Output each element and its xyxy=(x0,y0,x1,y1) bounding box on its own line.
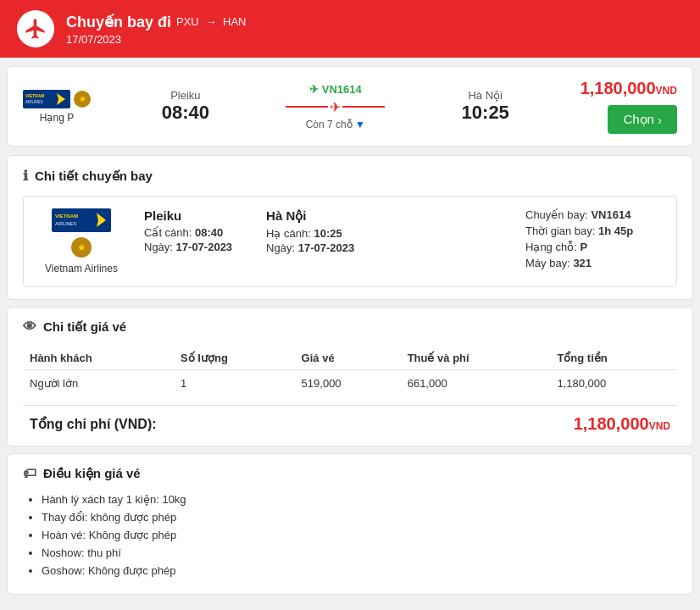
header-date: 17/07/2023 xyxy=(66,33,246,46)
total-amount: 1,180,000VND xyxy=(574,414,677,434)
medal-icon: ★ xyxy=(74,91,91,108)
route-line: ✈ xyxy=(286,99,385,115)
meta-plane: Máy bay: 321 xyxy=(525,257,661,269)
conditions-list: Hành lý xách tay 1 kiện: 10kg Thay đổi: … xyxy=(23,493,677,577)
price-detail-section: 👁 Chi tiết giá vé Hành khách Số lượng Gi… xyxy=(7,307,693,446)
total-label: Tổng chi phí (VND): xyxy=(23,416,157,432)
vna-detail-logo: VIETNAM AIRLINES xyxy=(52,208,111,232)
detail-medal-icon: ★ xyxy=(71,237,92,258)
price-detail-title: 👁 Chi tiết giá vé xyxy=(23,319,677,335)
departure-info: Pleiku 08:40 xyxy=(162,89,209,124)
price-table: Hành khách Số lượng Giá vé Thuế và phí T… xyxy=(23,347,677,396)
airline-info: VIETNAM AIRLINES ★ Hạng P xyxy=(23,90,91,124)
passenger-type: Người lớn xyxy=(23,370,174,397)
flight-detail-section: ℹ Chi tiết chuyến bay VIETNAM AIRLINES ★… xyxy=(7,155,693,300)
vna-logo-box: VIETNAM AIRLINES ★ Vietnam Airlines xyxy=(39,208,124,274)
arrival-col: Hà Nội Hạ cánh: 10:25 Ngày: 17-07-2023 xyxy=(266,208,354,256)
flight-route: ✈ VN1614 ✈ Còn 7 chỗ ▼ xyxy=(281,83,391,130)
tax-fee: 661,000 xyxy=(401,370,551,397)
ticket-price: 519,000 xyxy=(295,370,401,397)
main-container: Chuyến bay đi PXU → HAN 17/07/2023 VIETN… xyxy=(0,0,700,595)
svg-text:AIRLINES: AIRLINES xyxy=(25,100,43,104)
svg-text:VIETNAM: VIETNAM xyxy=(25,93,45,98)
conditions-section: 🏷 Điều kiện giá vé Hành lý xách tay 1 ki… xyxy=(7,453,693,595)
header-title: Chuyến bay đi PXU → HAN xyxy=(66,13,246,31)
vna-label: Vietnam Airlines xyxy=(45,263,118,274)
departure-col: Pleiku Cất cánh: 08:40 Ngày: 17-07-2023 xyxy=(144,208,232,256)
departure-airport-name: Pleiku xyxy=(144,208,232,223)
price-amount: 1,180,000VND xyxy=(581,79,677,98)
tag-icon: 🏷 xyxy=(23,466,36,481)
arrival-info: Hà Nội 10:25 xyxy=(462,89,509,124)
flight-direction-label: Chuyến bay đi xyxy=(66,13,171,31)
header: Chuyến bay đi PXU → HAN 17/07/2023 xyxy=(0,0,700,58)
svg-text:VIETNAM: VIETNAM xyxy=(55,214,78,219)
passenger-quantity: 1 xyxy=(174,370,295,397)
departure-city: Pleiku xyxy=(170,89,200,102)
col-tax: Thuế và phí xyxy=(401,347,551,370)
condition-item-3: Noshow: thu phí xyxy=(42,546,677,559)
total-row: Tổng chi phí (VND): 1,180,000VND xyxy=(23,405,677,434)
select-button[interactable]: Chọn › xyxy=(608,105,677,134)
col-passenger: Hành khách xyxy=(23,347,174,370)
col-total: Tổng tiền xyxy=(550,347,677,370)
flight-card: VIETNAM AIRLINES ★ Hạng P Pleiku 08:40 ✈… xyxy=(7,66,693,147)
price-section: 1,180,000VND Chọn › xyxy=(581,79,677,134)
meta-duration: Thời gian bay: 1h 45p xyxy=(525,225,661,237)
airline-logo: VIETNAM AIRLINES ★ xyxy=(23,90,91,108)
meta-class: Hạng chỗ: P xyxy=(525,241,661,253)
condition-item-4: Goshow: Không được phép xyxy=(42,564,677,577)
col-ticket-price: Giá vé xyxy=(295,347,401,370)
price-table-header: Hành khách Số lượng Giá vé Thuế và phí T… xyxy=(23,347,677,370)
airline-class: Hạng P xyxy=(40,112,74,124)
conditions-title: 🏷 Điều kiện giá vé xyxy=(23,466,677,481)
line-right xyxy=(342,106,385,108)
vietnam-airlines-logo-svg: VIETNAM AIRLINES xyxy=(23,90,70,108)
departure-time-row: Cất cánh: 08:40 xyxy=(144,226,232,239)
flight-meta: Chuyến bay: VN1614 Thời gian bay: 1h 45p… xyxy=(525,208,661,273)
condition-item-2: Hoàn vé: Không được phép xyxy=(42,529,677,541)
route-label: PXU → HAN xyxy=(176,15,246,28)
meta-flight-number: Chuyến bay: VN1614 xyxy=(525,208,661,221)
arrival-airport-name: Hà Nội xyxy=(266,208,354,224)
arrival-time-row: Hạ cánh: 10:25 xyxy=(266,227,354,240)
col-quantity: Số lượng xyxy=(174,347,295,370)
arrival-time: 10:25 xyxy=(462,102,509,124)
flight-detail-title: ℹ Chi tiết chuyến bay xyxy=(23,168,677,184)
arrival-date-row: Ngày: 17-07-2023 xyxy=(266,241,354,254)
row-total: 1,180,000 xyxy=(550,370,677,397)
detail-airports: Pleiku Cất cánh: 08:40 Ngày: 17-07-2023 … xyxy=(144,208,505,256)
departure-date-row: Ngày: 17-07-2023 xyxy=(144,241,232,253)
header-text: Chuyến bay đi PXU → HAN 17/07/2023 xyxy=(66,13,246,46)
condition-item-1: Thay đổi: không được phép xyxy=(42,511,677,524)
price-table-row: Người lớn 1 519,000 661,000 1,180,000 xyxy=(23,370,677,397)
plane-icon xyxy=(17,10,54,47)
flight-detail-box: VIETNAM AIRLINES ★ Vietnam Airlines Plei… xyxy=(23,196,677,287)
departure-time: 08:40 xyxy=(162,102,209,124)
flight-number: ✈ VN1614 xyxy=(309,83,362,96)
info-icon: ℹ xyxy=(23,168,28,184)
eye-icon: 👁 xyxy=(23,319,36,335)
arrival-city: Hà Nội xyxy=(468,89,503,102)
condition-item-0: Hành lý xách tay 1 kiện: 10kg xyxy=(42,493,677,506)
svg-text:AIRLINES: AIRLINES xyxy=(55,221,76,226)
seats-left[interactable]: Còn 7 chỗ ▼ xyxy=(306,119,365,130)
line-left xyxy=(286,106,328,108)
